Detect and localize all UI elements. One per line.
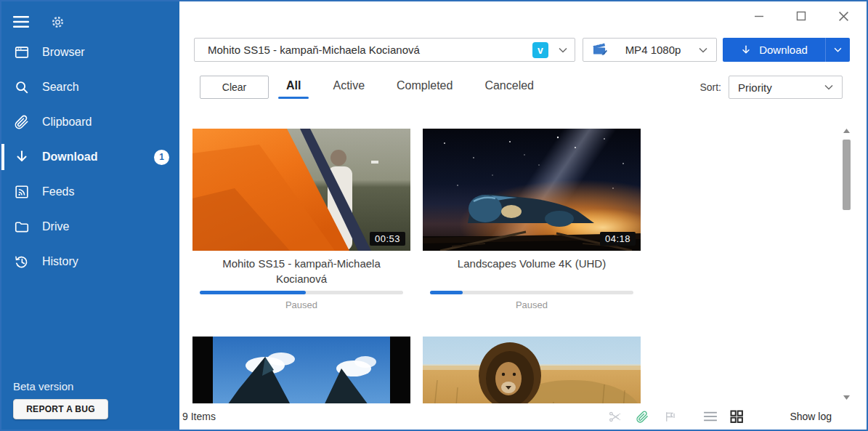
download-count-badge: 1 (154, 150, 169, 165)
scroll-up-icon[interactable] (842, 126, 851, 135)
window-controls (750, 7, 852, 25)
video-thumbnail-train-night[interactable]: 04:18 (423, 129, 641, 251)
flag-icon[interactable] (662, 408, 678, 424)
download-status: Paused (423, 299, 641, 310)
sidebar-item-label: Search (42, 81, 79, 94)
video-title: Mohito SS15 - kampaň-Michaela Kocianová (192, 256, 410, 291)
sidebar-item-label: Browser (42, 46, 85, 59)
sidebar-item-clipboard[interactable]: Clipboard (1, 105, 179, 140)
app-window: Browser Search Clipboard Download 1 (0, 0, 868, 431)
tab-active[interactable]: Active (331, 76, 366, 99)
download-card[interactable]: 00:53 Mohito SS15 - kampaň-Michaela Koci… (192, 129, 410, 310)
format-select[interactable]: MP4 1080p (583, 38, 717, 62)
download-status: Paused (192, 299, 410, 310)
sidebar-item-search[interactable]: Search (1, 70, 179, 105)
download-card[interactable] (423, 337, 641, 403)
url-input[interactable]: Mohito SS15 - kampaň-Michaela Kocianová … (194, 38, 575, 62)
close-icon[interactable] (835, 7, 852, 25)
duration-badge: 04:18 (600, 232, 636, 246)
format-value: MP4 1080p (607, 44, 699, 56)
status-bar: 9 Items Show log (179, 403, 867, 430)
clapperboard-icon (592, 42, 607, 58)
chevron-down-icon (699, 47, 707, 53)
download-arrow-icon (740, 44, 752, 56)
main-area: Mohito SS15 - kampaň-Michaela Kocianová … (179, 1, 867, 430)
maximize-icon[interactable] (792, 7, 810, 25)
download-arrow-icon (13, 148, 31, 166)
download-card[interactable]: 04:18 Landscapes Volume 4K (UHD) Paused (423, 129, 641, 310)
url-value: Mohito SS15 - kampaň-Michaela Kocianová (208, 44, 532, 56)
download-toolbar: Mohito SS15 - kampaň-Michaela Kocianová … (194, 38, 850, 62)
sidebar-item-drive[interactable]: Drive (1, 209, 179, 244)
progress-bar (430, 291, 633, 294)
download-options-chevron[interactable] (825, 38, 850, 62)
sort-label: Sort: (699, 81, 721, 93)
beta-version-label: Beta version (13, 380, 108, 392)
chevron-down-icon[interactable] (559, 47, 567, 53)
show-log-button[interactable]: Show log (790, 411, 832, 422)
progress-bar (200, 291, 403, 294)
statusbar-tools: Show log (607, 408, 832, 424)
sidebar-item-browser[interactable]: Browser (1, 35, 179, 70)
sort-group: Sort: Priority (699, 76, 843, 99)
download-button-label: Download (759, 44, 808, 56)
sort-select[interactable]: Priority (729, 76, 843, 99)
video-thumbnail-fashion[interactable]: 00:53 (192, 129, 410, 251)
video-title: Landscapes Volume 4K (UHD) (423, 256, 641, 291)
progress-fill (430, 291, 463, 294)
paperclip-icon (13, 113, 31, 131)
sidebar-item-label: Drive (42, 220, 69, 233)
vimeo-icon: v (532, 42, 548, 58)
sort-value: Priority (738, 81, 824, 94)
vertical-scrollbar[interactable] (842, 126, 851, 402)
downloads-grid: 00:53 Mohito SS15 - kampaň-Michaela Koci… (192, 129, 837, 403)
report-bug-button[interactable]: REPORT A BUG (13, 399, 108, 419)
folder-icon (13, 218, 31, 235)
sidebar-item-history[interactable]: History (1, 244, 179, 279)
scissors-icon[interactable] (607, 408, 622, 424)
history-clock-icon (13, 253, 31, 270)
sidebar-item-label: Download (42, 150, 97, 164)
grid-view-icon[interactable] (729, 408, 745, 424)
filter-tabs: All Active Completed Canceled (285, 76, 535, 99)
tab-all[interactable]: All (285, 76, 302, 99)
sidebar: Browser Search Clipboard Download 1 (1, 1, 179, 430)
sidebar-menu: Browser Search Clipboard Download 1 (1, 35, 179, 279)
progress-fill (200, 291, 306, 294)
items-count: 9 Items (182, 411, 216, 422)
gear-icon[interactable] (48, 12, 67, 31)
browser-icon (13, 44, 31, 61)
video-thumbnail-mountains[interactable] (192, 337, 410, 403)
minimize-icon[interactable] (750, 7, 768, 25)
search-icon (13, 78, 31, 96)
video-thumbnail-lion[interactable] (423, 337, 641, 403)
download-card[interactable] (192, 337, 410, 403)
duration-badge: 00:53 (370, 232, 405, 246)
tab-completed[interactable]: Completed (395, 76, 454, 99)
hamburger-menu-icon[interactable] (12, 12, 31, 31)
download-button[interactable]: Download (723, 38, 825, 62)
scrollbar-thumb[interactable] (843, 140, 851, 210)
tab-canceled[interactable]: Canceled (483, 76, 535, 99)
sidebar-item-feeds[interactable]: Feeds (1, 174, 179, 209)
sidebar-item-label: Clipboard (42, 116, 92, 129)
sidebar-bottom: Beta version REPORT A BUG (13, 380, 108, 419)
scroll-down-icon[interactable] (842, 393, 851, 402)
sidebar-item-download[interactable]: Download 1 (1, 140, 179, 174)
filter-bar: Clear All Active Completed Canceled Sort… (200, 75, 843, 100)
sidebar-item-label: History (42, 255, 78, 268)
rss-feeds-icon (13, 183, 31, 201)
chevron-down-icon (824, 84, 833, 90)
sidebar-item-label: Feeds (42, 185, 74, 198)
sidebar-top (1, 1, 179, 33)
download-split-button: Download (723, 38, 850, 62)
list-view-icon[interactable] (702, 408, 718, 424)
clear-button[interactable]: Clear (200, 76, 269, 99)
paperclip-icon[interactable] (634, 408, 650, 424)
